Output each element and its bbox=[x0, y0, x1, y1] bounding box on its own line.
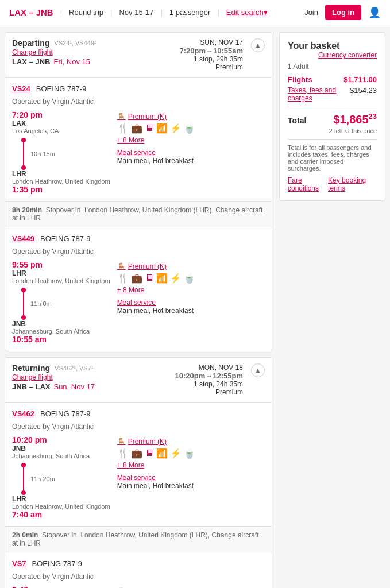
ret-seg1-arrive-time: 7:40 am bbox=[12, 510, 110, 519]
basket-divider bbox=[288, 107, 377, 107]
dep-seg1-arrive-time: 1:35 pm bbox=[12, 185, 110, 194]
ret-seg1-cabin[interactable]: 🪑 Premium (K) bbox=[117, 438, 265, 446]
dep-seg1-more[interactable]: + 8 More bbox=[117, 136, 265, 144]
ret-seg2-depart-time: 9:40 am bbox=[12, 585, 110, 588]
returning-route: JNB – LAX bbox=[12, 382, 50, 391]
ret-seg1-flight-num[interactable]: VS462 bbox=[12, 409, 34, 418]
departing-stop-summary: 1 stop, 29h 35m bbox=[179, 55, 243, 63]
departing-stopover: 8h 20min Stopover in London Heathrow, Un… bbox=[5, 201, 272, 227]
departing-collapse-button[interactable]: ▲ bbox=[251, 38, 265, 52]
departing-route: LAX – JNB bbox=[12, 57, 50, 66]
ret-seg1-depart-location: Johannesburg, South Africa bbox=[12, 452, 110, 459]
returning-return-date: MON, NOV 18 bbox=[175, 363, 244, 372]
seat-icon: 🪑 bbox=[117, 113, 126, 121]
key-booking-link[interactable]: Key booking terms bbox=[328, 176, 377, 192]
dep-seg2-dot-bottom bbox=[21, 315, 26, 320]
basket-flights-row: Flights $1,711.00 bbox=[288, 75, 377, 84]
basket-tax-row: Taxes, fees and charges $154.23 bbox=[288, 86, 377, 102]
basket-availability: 2 left at this price bbox=[329, 127, 377, 134]
departing-section: Departing VS24¹, VS449² Change flight LA… bbox=[5, 32, 272, 351]
basket-tax-label[interactable]: Taxes, fees and charges bbox=[288, 86, 350, 102]
header-dates: Nov 15-17 bbox=[119, 8, 153, 17]
basket-total-row: Total $1,86523 2 left at this price bbox=[288, 112, 377, 134]
ret-seg1-amenities: 🍴 💼 🖥 📶 ⚡ 🍵 bbox=[117, 448, 265, 459]
returning-stopover: 2h 0min Stopover in London Heathrow, Uni… bbox=[5, 526, 272, 552]
dep-seg2-arrive-location: Johannesburg, South Africa bbox=[12, 328, 110, 335]
amenity-wifi: 📶 bbox=[156, 123, 168, 134]
dep-seg2-amenities: 🍴 💼 🖥 📶 ⚡ 🍵 bbox=[117, 273, 265, 284]
ret-seg1-duration: 11h 20m bbox=[26, 475, 55, 482]
main-layout: Departing VS24¹, VS449² Change flight LA… bbox=[0, 25, 390, 588]
header-route: LAX – JNB bbox=[9, 7, 53, 17]
ret-seg1-depart-time: 10:20 pm bbox=[12, 435, 110, 444]
dep-seg1-flight-num[interactable]: VS24 bbox=[12, 84, 30, 93]
ret-seg1-dot-bottom bbox=[21, 490, 26, 495]
dep-seg2-line bbox=[23, 292, 24, 315]
departing-header: Departing VS24¹, VS449² Change flight LA… bbox=[5, 33, 272, 78]
dep-seg2-arrive-airport: JNB bbox=[12, 320, 110, 328]
departing-class: Premium bbox=[179, 63, 243, 71]
ret-seg2-operator: Operated by Virgin Atlantic bbox=[12, 572, 265, 581]
dep-seg2-flight-num[interactable]: VS449 bbox=[12, 234, 34, 243]
join-button[interactable]: Join bbox=[304, 8, 318, 17]
dep-seg1-depart-time: 7:20 pm bbox=[12, 110, 110, 119]
departing-return-date: SUN, NOV 17 bbox=[179, 38, 243, 47]
seat-icon-3: 🪑 bbox=[117, 438, 126, 446]
amenity-bag-3: 💼 bbox=[131, 448, 142, 459]
returning-date: Sun, Nov 17 bbox=[53, 382, 95, 391]
basket: Your basket Currency converter 1 Adult F… bbox=[279, 32, 385, 201]
header: LAX – JNB | Round trip | Nov 15-17 | 1 p… bbox=[0, 0, 390, 25]
returning-segment-1: VS462 BOEING 787-9 Operated by Virgin At… bbox=[5, 403, 272, 526]
ret-seg2-flight-num[interactable]: VS7 bbox=[12, 559, 26, 568]
departing-date: Fri, Nov 15 bbox=[53, 57, 90, 66]
dep-seg2-more[interactable]: + 8 More bbox=[117, 286, 265, 294]
ret-seg1-dot-top bbox=[21, 463, 26, 467]
returning-codes: VS462¹, VS7¹ bbox=[55, 365, 93, 372]
ret-seg1-arrive-location: London Heathrow, United Kingdom bbox=[12, 503, 110, 510]
amenity-wifi-3: 📶 bbox=[156, 448, 168, 459]
amenity-food-3: 🍴 bbox=[117, 448, 129, 459]
dep-seg2-cabin[interactable]: 🪑 Premium (K) bbox=[117, 262, 265, 270]
departing-change-flight[interactable]: Change flight bbox=[12, 48, 53, 56]
ret-seg1-more[interactable]: + 8 More bbox=[117, 461, 265, 469]
dep-seg2-duration: 11h 0m bbox=[26, 300, 52, 307]
ret-seg1-meal-service[interactable]: Meal service bbox=[117, 474, 265, 482]
dep-seg1-meal-service[interactable]: Meal service bbox=[117, 149, 265, 157]
dep-seg1-line bbox=[23, 142, 24, 165]
dep-seg2-depart-location: London Heathrow, United Kingdom bbox=[12, 277, 110, 284]
currency-converter-button[interactable]: Currency converter bbox=[318, 51, 377, 59]
header-trip-type: Round trip bbox=[69, 8, 103, 17]
dep-seg2-depart-time: 9:55 pm bbox=[12, 260, 110, 269]
returning-change-flight[interactable]: Change flight bbox=[12, 373, 53, 381]
amenity-screen: 🖥 bbox=[145, 123, 154, 134]
amenity-screen-2: 🖥 bbox=[145, 273, 154, 284]
dep-seg1-cabin[interactable]: 🪑 Premium (K) bbox=[117, 113, 265, 121]
returning-stop-summary: 1 stop, 24h 35m bbox=[175, 380, 244, 388]
dep-seg1-operator: Operated by Virgin Atlantic bbox=[12, 98, 265, 106]
seat-icon-2: 🪑 bbox=[117, 262, 126, 270]
returning-summary: MON, NOV 18 10:20pm→12:55pm 1 stop, 24h … bbox=[175, 363, 244, 396]
dep-seg2-dot-top bbox=[21, 288, 26, 292]
ret-seg2-aircraft: BOEING 787-9 bbox=[32, 559, 82, 568]
fare-conditions-link[interactable]: Fare conditions bbox=[288, 176, 328, 192]
basket-adult: 1 Adult bbox=[288, 63, 377, 71]
returning-segment-2: VS7 BOEING 787-9 Operated by Virgin Atla… bbox=[5, 552, 272, 588]
ret-seg1-arrive-airport: LHR bbox=[12, 495, 110, 503]
dep-seg2-depart-airport: LHR bbox=[12, 269, 110, 277]
edit-search-button[interactable]: Edit search▾ bbox=[226, 8, 268, 17]
returning-collapse-button[interactable]: ▲ bbox=[251, 363, 265, 377]
user-icon: 👤 bbox=[368, 6, 381, 19]
dep-seg2-meal-detail: Main meal, Hot breakfast bbox=[117, 307, 265, 315]
dep-seg1-depart-location: Los Angeles, CA bbox=[12, 127, 110, 134]
left-column: Departing VS24¹, VS449² Change flight LA… bbox=[5, 32, 272, 588]
dep-seg1-meal-detail: Main meal, Hot breakfast bbox=[117, 157, 265, 165]
dep-seg1-arrive-airport: LHR bbox=[12, 170, 110, 178]
ret-seg1-meal-detail: Main meal, Hot breakfast bbox=[117, 482, 265, 490]
login-button[interactable]: Log in bbox=[325, 5, 361, 20]
dep-seg2-meal-service[interactable]: Meal service bbox=[117, 299, 265, 307]
amenity-wifi-2: 📶 bbox=[156, 273, 168, 284]
basket-flights-price: $1,711.00 bbox=[343, 75, 377, 84]
basket-tax-price: $154.23 bbox=[350, 86, 377, 102]
departing-label: Departing bbox=[12, 38, 49, 48]
ret-seg1-operator: Operated by Virgin Atlantic bbox=[12, 423, 265, 431]
